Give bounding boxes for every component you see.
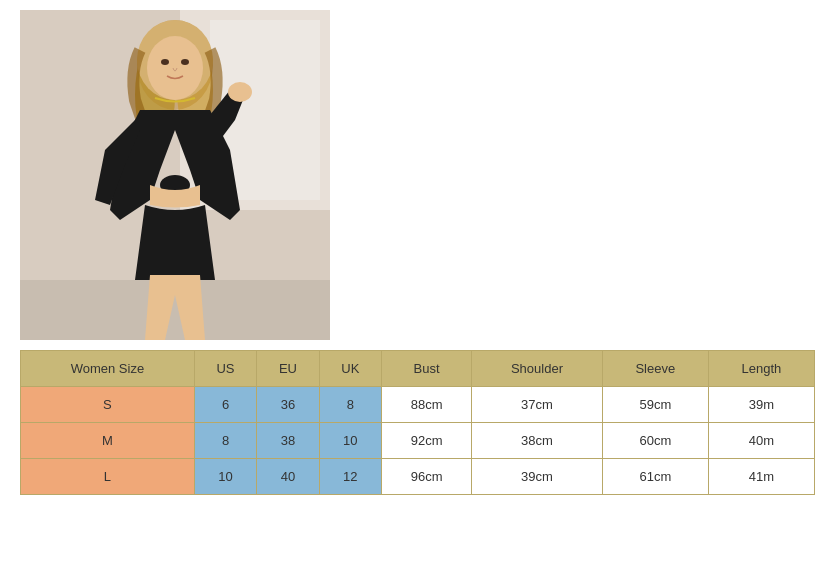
svg-point-10 xyxy=(181,59,189,65)
table-cell: 96cm xyxy=(382,459,472,495)
header-women-size: Women Size xyxy=(21,351,195,387)
svg-point-12 xyxy=(228,82,252,102)
table-header-row: Women Size US EU UK Bust Shoulder Sleeve… xyxy=(21,351,815,387)
table-cell: L xyxy=(21,459,195,495)
header-us: US xyxy=(194,351,256,387)
table-cell: 39m xyxy=(708,387,814,423)
header-shoulder: Shoulder xyxy=(472,351,603,387)
table-row: M8381092cm38cm60cm40m xyxy=(21,423,815,459)
header-eu: EU xyxy=(257,351,319,387)
svg-point-8 xyxy=(147,36,203,100)
table-cell: 12 xyxy=(319,459,381,495)
table-cell: 37cm xyxy=(472,387,603,423)
size-table: Women Size US EU UK Bust Shoulder Sleeve… xyxy=(20,350,815,495)
spacer xyxy=(330,10,815,340)
header-length: Length xyxy=(708,351,814,387)
table-cell: 40m xyxy=(708,423,814,459)
table-cell: 40 xyxy=(257,459,319,495)
header-uk: UK xyxy=(319,351,381,387)
table-cell: 60cm xyxy=(602,423,708,459)
table-cell: 92cm xyxy=(382,423,472,459)
table-row: S636888cm37cm59cm39m xyxy=(21,387,815,423)
header-bust: Bust xyxy=(382,351,472,387)
table-cell: 61cm xyxy=(602,459,708,495)
table-cell: 88cm xyxy=(382,387,472,423)
table-cell: 59cm xyxy=(602,387,708,423)
table-cell: 38 xyxy=(257,423,319,459)
table-cell: 8 xyxy=(319,387,381,423)
table-cell: 36 xyxy=(257,387,319,423)
table-cell: 41m xyxy=(708,459,814,495)
top-section xyxy=(20,10,815,340)
table-cell: 10 xyxy=(319,423,381,459)
table-cell: 8 xyxy=(194,423,256,459)
table-cell: 38cm xyxy=(472,423,603,459)
table-cell: S xyxy=(21,387,195,423)
header-sleeve: Sleeve xyxy=(602,351,708,387)
product-image xyxy=(20,10,330,340)
table-cell: 6 xyxy=(194,387,256,423)
table-cell: M xyxy=(21,423,195,459)
table-cell: 39cm xyxy=(472,459,603,495)
main-container: Women Size US EU UK Bust Shoulder Sleeve… xyxy=(0,0,835,505)
svg-point-9 xyxy=(161,59,169,65)
table-cell: 10 xyxy=(194,459,256,495)
size-table-wrapper: Women Size US EU UK Bust Shoulder Sleeve… xyxy=(20,350,815,495)
table-row: L10401296cm39cm61cm41m xyxy=(21,459,815,495)
